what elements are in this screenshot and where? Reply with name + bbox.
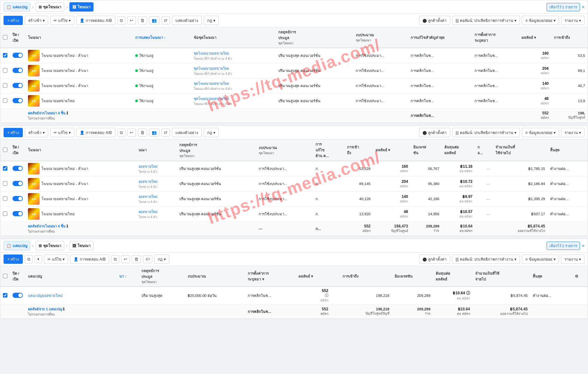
ad-name-cell: 100 โฆษณายอดขายใหม่ - สำเนา bbox=[28, 80, 130, 92]
abtest-button[interactable]: 👤 การทดสอบ A/B bbox=[76, 16, 115, 25]
settings-button[interactable]: ⬤ ลูกค้าตั้งค่า bbox=[419, 16, 450, 25]
columns-button[interactable]: ||| คอลัมน์: ประสิทธิภาพการทำงาน ▾ bbox=[452, 16, 520, 25]
toggle-switch[interactable] bbox=[13, 68, 23, 73]
row-checkbox[interactable] bbox=[3, 83, 7, 88]
lastchange-cell: การคลิกในช... bbox=[408, 48, 472, 63]
nav-sep-1: › bbox=[32, 4, 34, 10]
breakdown-button-2[interactable]: ≡ ข้อมูลแยกย่อย ▾ bbox=[522, 128, 559, 137]
copy-button-2[interactable]: ⧉ bbox=[117, 129, 125, 137]
toggle-switch[interactable] bbox=[13, 53, 23, 58]
summary-row: ผลลัพธ์จากโฆษณา 4 ชิ้น ℹ ไม่รวมรายการที่… bbox=[0, 109, 588, 123]
undo-button-2[interactable]: ↩ bbox=[127, 129, 136, 137]
row-checkbox-m1[interactable] bbox=[3, 181, 7, 186]
toggle-m0[interactable] bbox=[13, 166, 23, 171]
create-button-b[interactable]: + สร้าง bbox=[4, 254, 23, 264]
language-button-b[interactable]: กฎ ▾ bbox=[154, 254, 169, 264]
nav-ad-b[interactable]: 🖼 โฆษณา bbox=[69, 241, 94, 250]
th-status[interactable]: การแสดงโฆษณา ↑ bbox=[133, 27, 191, 48]
abtest-button-2[interactable]: 👤 การทดสอบ A/B bbox=[76, 128, 115, 137]
edit-button-2[interactable]: ✏ แก้ไข ▾ bbox=[50, 128, 74, 137]
chevron-icon-3: ▾ bbox=[213, 18, 215, 23]
campaign-link[interactable]: แคมเปญยอดขายใหม่ bbox=[28, 294, 63, 298]
ad-name-cell: 100 โฆษณายอดขายใหม่ - สำเนา bbox=[28, 65, 130, 76]
adset-link[interactable]: ชุดโฆษณายอดขายใหม่ bbox=[194, 96, 273, 102]
close-btn[interactable]: × bbox=[582, 4, 584, 10]
row-checkbox-b0[interactable] bbox=[3, 293, 7, 298]
breakdown-button-b[interactable]: ≡ ข้อมูลแยกย่อย ▾ bbox=[522, 254, 559, 264]
summary-label: ผลลัพธ์จากโฆษณา 4 ชิ้น ℹ ไม่รวมรายการที่… bbox=[28, 110, 189, 121]
breakdown-button[interactable]: ≡ ข้อมูลแยกย่อย ▾ bbox=[522, 16, 559, 25]
adset-link[interactable]: ชุดโฆษณายอดขายใหม่ bbox=[194, 81, 273, 86]
toggle-m1[interactable] bbox=[13, 181, 23, 186]
audience-button-2[interactable]: 👥 bbox=[149, 129, 159, 137]
nav-adset[interactable]: ⊞ ชุดโฆษณา bbox=[36, 2, 64, 12]
row-checkbox[interactable] bbox=[3, 53, 7, 58]
columns-button-b[interactable]: ||| คอลัมน์: ประสิทธิภาพการทำงาน ▾ bbox=[452, 254, 520, 264]
select-all-2[interactable] bbox=[3, 147, 7, 152]
report-button-2[interactable]: รายงาน ▾ bbox=[561, 128, 584, 137]
nav-campaign-b[interactable]: 📋 แคมเปญ bbox=[4, 241, 30, 250]
undo-button[interactable]: ↩ bbox=[127, 16, 136, 24]
middle-panel-table: https://tq-media.com/ ปิด /เปิด โฆษณา นณ… bbox=[0, 139, 588, 236]
create-from-button[interactable]: สร้างข้า ▾ bbox=[25, 16, 48, 25]
ad-thumb-m2: 100 bbox=[28, 193, 40, 205]
reach-cell: 53,5 bbox=[551, 48, 588, 63]
settings-button-b[interactable]: ⬤ ลูกค้าตั้งค่า bbox=[419, 254, 450, 264]
bottom-panel-content: 📋 แคมเปญ › ⊞ ชุดโฆษณา › 🖼 โฆษณา เลือกไว้… bbox=[0, 239, 588, 319]
audience-button[interactable]: 👥 bbox=[149, 16, 159, 24]
select-all-checkbox[interactable] bbox=[3, 35, 7, 40]
selected-badge-b: เลือกไว้ 1 รายการ bbox=[547, 242, 580, 250]
preview-button[interactable]: แสดงตัวอย่าง bbox=[172, 16, 202, 25]
report-button-b[interactable]: รายงาน ▾ bbox=[561, 254, 584, 264]
toggle-m2[interactable] bbox=[13, 196, 23, 201]
abtest-icon: 👤 bbox=[80, 18, 85, 23]
th-adset: ข้อชุดโฆษณา bbox=[191, 27, 276, 48]
create-button[interactable]: + สร้าง bbox=[4, 16, 23, 25]
toggle-b0[interactable] bbox=[13, 293, 23, 298]
adset-name: ชุดโฆษณายอดขายใหม่ โฆษณาที่กำลังทำงาน 4 … bbox=[194, 50, 273, 61]
cols-icon: ||| bbox=[456, 18, 459, 23]
adset-link[interactable]: ชุดโฆษณายอดขายใหม่ bbox=[194, 66, 273, 71]
share-button-2[interactable]: ⇄ bbox=[161, 129, 170, 137]
columns-button-2[interactable]: ||| คอลัมน์: ประสิทธิภาพการทำงาน ▾ bbox=[452, 128, 520, 137]
results-cell: 160 สมัคร bbox=[519, 48, 551, 63]
row-checkbox[interactable] bbox=[3, 98, 7, 103]
preview-button-2[interactable]: แสดงตัวอย่าง bbox=[172, 128, 202, 137]
ad-name-cell: 100 โฆษณายอดขายใหม่ bbox=[28, 95, 130, 107]
language-button-2[interactable]: กฎ ▾ bbox=[204, 128, 219, 137]
row-checkbox-m3[interactable] bbox=[3, 211, 7, 216]
report-button[interactable]: รายงาน ▾ bbox=[561, 16, 584, 25]
nav-ad[interactable]: 🖼 โฆษณา bbox=[69, 2, 94, 12]
edit-button-b[interactable]: ✏ แก้ไข ▾ bbox=[44, 254, 68, 264]
toggle-m3[interactable] bbox=[13, 211, 23, 216]
ad-thumb-m1: 100 bbox=[28, 178, 40, 190]
nav-ad-label: โฆษณา bbox=[77, 4, 91, 10]
preview-label: แสดงตัวอย่าง bbox=[175, 17, 198, 23]
selected-badge: เลือกไว้ 1 รายการ bbox=[547, 3, 580, 11]
close-btn-b[interactable]: × bbox=[582, 243, 584, 248]
toolbar-right: ⬤ ลูกค้าตั้งค่า ||| คอลัมน์: ประสิทธิภาพ… bbox=[419, 16, 584, 25]
toggle-switch[interactable] bbox=[13, 98, 23, 103]
copy-button-b[interactable]: ⧉ bbox=[25, 255, 33, 263]
ad-thumbnail: 100 bbox=[28, 65, 40, 76]
delete-button-2[interactable]: 🗑 bbox=[138, 129, 147, 137]
toggle-switch[interactable] bbox=[13, 83, 23, 88]
share-button[interactable]: ⇄ bbox=[161, 16, 170, 24]
edit-button[interactable]: ✏ แก้ไข ▾ bbox=[50, 16, 74, 25]
language-button[interactable]: กฎ ▾ bbox=[204, 16, 219, 25]
create-from-button-2[interactable]: สร้างข้า ▾ bbox=[25, 128, 48, 137]
create-button-2[interactable]: + สร้าง bbox=[4, 128, 23, 137]
ad-thumb-m0: 100 bbox=[28, 163, 40, 174]
adset-link[interactable]: ชุดโฆษณายอดขายใหม่ bbox=[194, 50, 273, 56]
select-all-b[interactable] bbox=[3, 274, 7, 278]
pencil-icon-b: ✏ bbox=[48, 257, 51, 262]
copy-button[interactable]: ⧉ bbox=[117, 16, 125, 25]
abtest-button-b[interactable]: 👤 การทดสอบ A/B bbox=[70, 254, 109, 264]
nav-adset-b[interactable]: ⊞ ชุดโฆษณา bbox=[36, 241, 64, 250]
row-checkbox[interactable] bbox=[3, 68, 7, 73]
row-checkbox-m0[interactable] bbox=[3, 166, 7, 171]
delete-button[interactable]: 🗑 bbox=[138, 16, 147, 24]
nav-campaign[interactable]: 📋 แคมเปญ bbox=[4, 2, 30, 12]
settings-button-2[interactable]: ⬤ ลูกค้าตั้งค่า bbox=[419, 128, 450, 137]
row-checkbox-m2[interactable] bbox=[3, 196, 7, 201]
